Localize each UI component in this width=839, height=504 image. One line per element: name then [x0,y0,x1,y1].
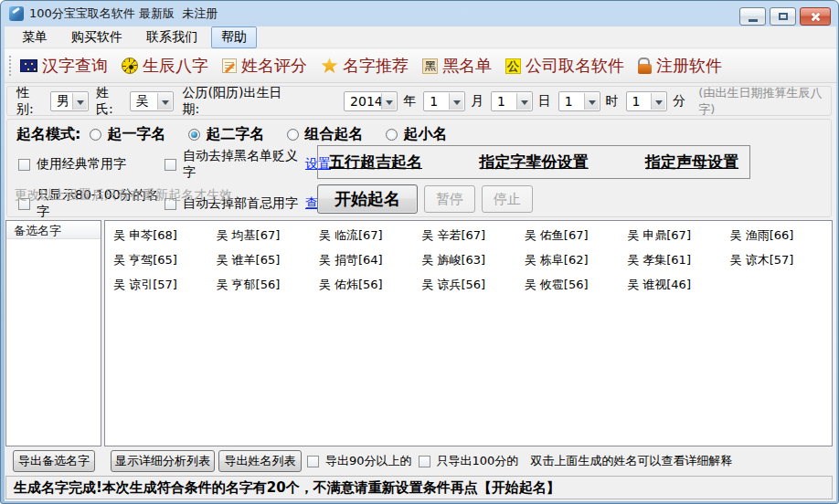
tool-name-score[interactable]: 姓名评分 [222,55,307,77]
advanced-links-box: 五行超吉起名 指定字辈份设置 指定声母设置 [317,145,750,179]
checkbox-label: 自动去掉黑名单贬义字 [183,148,298,181]
name-item[interactable]: 吴 佑炜[56] [314,277,417,293]
mode-radio-combo[interactable]: 组合起名 [287,125,363,144]
day-select[interactable]: 1 [491,91,533,111]
gender-label: 性别: [16,85,45,118]
bazi-hint-label: (由出生日期推算生辰八字) [698,85,831,118]
checkbox-icon [307,456,319,467]
tool-register[interactable]: 注册软件 [638,55,722,77]
pause-button[interactable]: 暂停 [424,185,475,213]
name-item[interactable]: 吴 临流[67] [314,227,417,244]
month-select[interactable]: 1 [423,91,465,111]
name-item[interactable]: 吴 谅木[57] [726,252,828,268]
candidates-panel[interactable]: 备选名字 [5,220,101,446]
checkbox-export-only-100[interactable]: 只导出100分的 [419,453,519,469]
checkbox-classic-chars[interactable]: 使用经典常用字 [18,156,165,173]
name-item[interactable]: 吴 栋阜[62] [520,252,622,268]
radio-label: 起小名 [403,125,447,144]
name-item[interactable]: 吴 均基[67] [211,227,313,244]
menu-item-help[interactable]: 帮助 [211,26,257,48]
year-value: 2014 [350,94,383,109]
name-item[interactable]: 吴 辛若[67] [417,227,519,244]
generation-char-link[interactable]: 指定字辈份设置 [480,152,589,173]
name-item[interactable]: 吴 谅引[57] [109,277,211,293]
surname-select[interactable]: 吴 [130,91,174,111]
minute-unit-label: 分 [673,93,685,110]
double-click-hint: 双击上面生成的姓名可以查看详细解释 [530,453,732,469]
app-icon [9,6,24,21]
export-name-list-button[interactable]: 导出姓名列表 [218,450,302,472]
mode-radio-two-char[interactable]: 起二字名 [188,125,264,144]
bazi-wheel-icon [122,58,138,74]
hour-select[interactable]: 1 [558,91,600,111]
name-item[interactable]: 吴 亨郁[56] [211,277,313,293]
tool-label: 黑名单 [442,55,492,77]
name-item[interactable]: 吴 佑鱼[67] [520,227,622,244]
name-item[interactable]: 吴 申芩[68] [109,227,211,244]
tool-blacklist[interactable]: 黑 黑名单 [422,55,492,77]
checkbox-icon [165,159,176,171]
blacklist-icon: 黑 [422,58,438,74]
export-candidates-button[interactable]: 导出备选名字 [13,450,95,472]
minute-value: 1 [632,94,641,109]
show-analysis-button[interactable]: 显示详细分析列表 [111,450,215,472]
close-button[interactable] [800,7,831,26]
tool-bazi[interactable]: 生辰八字 [122,55,208,77]
title-bar[interactable]: 100分宝宝取名软件 最新版 未注册 [1,1,838,26]
name-item[interactable]: 吴 孝集[61] [622,252,725,268]
mode-radio-one-char[interactable]: 起一字名 [90,125,165,144]
checkbox-export-above-90[interactable]: 导出90分以上的 [307,453,412,469]
window-title: 100分宝宝取名软件 最新版 未注册 [29,5,218,22]
name-item[interactable]: 吴 谁羊[65] [211,252,313,268]
day-unit-label: 日 [538,93,551,110]
name-item[interactable]: 吴 捐苛[64] [314,252,417,268]
name-item[interactable]: 吴 谅兵[56] [417,277,519,293]
wuxing-naming-link[interactable]: 五行超吉起名 [329,152,422,173]
names-list: 吴 申芩[68]吴 均基[67]吴 临流[67]吴 辛若[67]吴 佑鱼[67]… [109,227,828,293]
status-bar: 生成名字完成!本次生成符合条件的名字有20个，不满意请重新设置条件再点【开始起名… [5,476,833,499]
radio-icon [188,129,200,141]
name-item[interactable]: 吴 谁视[46] [622,277,725,293]
birthdate-label: 公历(阳历)出生日期: [183,85,293,118]
maximize-icon [779,13,788,20]
tool-hanzi-lookup[interactable]: 汉字查询 [20,55,108,77]
radio-label: 起二字名 [206,125,264,144]
tool-name-recommend[interactable]: 名字推荐 [321,55,409,77]
menu-bar: 菜单 购买软件 联系我们 帮助 [5,26,836,48]
radio-label: 组合起名 [304,125,363,144]
tool-company-naming[interactable]: 公 公司取名软件 [505,55,624,77]
tool-label: 公司取名软件 [526,55,624,77]
name-item[interactable]: 吴 亨驾[65] [109,252,211,268]
birth-info-form: 性别: 男 姓氏: 吴 公历(阳历)出生日期: 2014 年 1 月 1 日 1… [6,86,832,116]
minute-select[interactable]: 1 [626,91,668,111]
name-item[interactable]: 吴 攸雹[56] [520,277,622,293]
name-item[interactable]: 吴 渔雨[66] [726,227,828,244]
checkbox-icon [419,456,430,467]
year-select[interactable]: 2014 [344,91,398,111]
day-value: 1 [497,94,505,109]
tool-label: 生辰八字 [143,55,208,77]
checkbox-remove-blacklist[interactable]: 自动去掉黑名单贬义字 [165,148,298,181]
initial-consonant-link[interactable]: 指定声母设置 [645,152,738,173]
stop-button[interactable]: 停止 [482,185,533,213]
minimize-button[interactable] [739,7,766,26]
surname-label: 姓氏: [96,85,124,118]
menu-item-main[interactable]: 菜单 [12,26,58,48]
toolbar-gripper-icon [9,56,12,76]
start-naming-button[interactable]: 开始起名 [317,184,418,214]
name-item[interactable]: 吴 申鼎[67] [622,227,725,244]
naming-settings-group: 起名模式: 起一字名 起二字名 组合起名 起小名 [6,119,832,217]
radio-icon [287,129,299,141]
menu-item-contact[interactable]: 联系我们 [136,26,207,48]
generated-names-panel[interactable]: 吴 申芩[68]吴 均基[67]吴 临流[67]吴 辛若[67]吴 佑鱼[67]… [104,220,833,446]
surname-value: 吴 [136,93,149,110]
mode-radio-nickname[interactable]: 起小名 [386,125,447,144]
menu-item-buy[interactable]: 购买软件 [61,26,133,48]
name-item[interactable]: 吴 旃峻[63] [417,252,519,268]
settings-note: 更改以上设置后只有在重新起名才生效 [15,187,232,204]
maximize-button[interactable] [770,7,796,26]
naming-mode-row: 起名模式: 起一字名 起二字名 组合起名 起小名 [16,125,470,144]
minimize-icon [749,19,758,22]
export-bar: 导出备选名字 显示详细分析列表 导出姓名列表 导出90分以上的 只导出100分的… [13,450,732,472]
gender-select[interactable]: 男 [50,91,89,111]
